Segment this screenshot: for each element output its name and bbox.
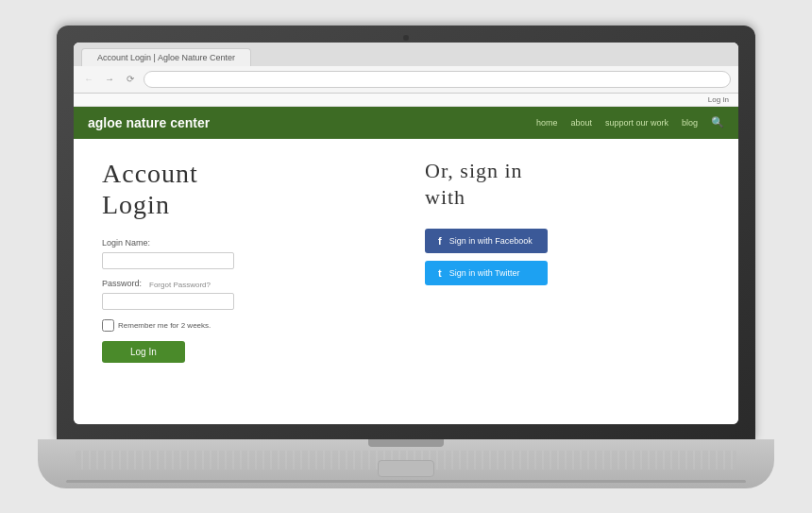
login-section: Account Login Login Name: Password: bbox=[102, 158, 415, 405]
search-icon[interactable]: 🔍 bbox=[711, 116, 724, 128]
address-bar[interactable] bbox=[144, 71, 731, 88]
login-title: Account Login bbox=[102, 158, 387, 221]
social-title-line2: with bbox=[425, 184, 710, 212]
laptop-base bbox=[38, 439, 774, 488]
remember-row: Remember me for 2 weeks. bbox=[102, 319, 387, 332]
reload-button[interactable]: ⟳ bbox=[123, 72, 138, 87]
facebook-signin-button[interactable]: f Sign in with Facebook bbox=[425, 229, 548, 253]
browser-toolbar: ← → ⟳ bbox=[74, 66, 738, 93]
laptop-wrapper: Account Login | Agloe Nature Center ← → … bbox=[0, 0, 812, 513]
facebook-icon: f bbox=[438, 235, 442, 247]
browser-tab[interactable]: Account Login | Agloe Nature Center bbox=[81, 48, 251, 66]
remember-label: Remember me for 2 weeks. bbox=[118, 321, 211, 330]
nav-blog[interactable]: blog bbox=[682, 118, 698, 128]
page-content: Account Login Login Name: Password: bbox=[74, 139, 738, 424]
remember-checkbox[interactable] bbox=[102, 319, 114, 332]
screen-bezel: Account Login | Agloe Nature Center ← → … bbox=[74, 43, 738, 424]
forward-button[interactable]: → bbox=[102, 72, 117, 87]
base-bottom-edge bbox=[66, 480, 746, 483]
login-name-label: Login Name: bbox=[102, 238, 387, 248]
twitter-button-label: Sign in with Twitter bbox=[449, 268, 520, 278]
browser-screen: Account Login | Agloe Nature Center ← → … bbox=[74, 43, 738, 424]
forgot-password-link[interactable]: Forgot Password? bbox=[149, 281, 211, 289]
top-login-link[interactable]: Log In bbox=[74, 94, 738, 107]
browser-tabs-row: Account Login | Agloe Nature Center bbox=[74, 43, 738, 66]
nav-about[interactable]: about bbox=[570, 118, 592, 128]
twitter-signin-button[interactable]: t Sign in with Twitter bbox=[425, 261, 548, 285]
camera bbox=[403, 35, 409, 41]
laptop-outer: Account Login | Agloe Nature Center ← → … bbox=[57, 26, 755, 488]
password-group: Password: Forgot Password? bbox=[102, 279, 387, 310]
password-input[interactable] bbox=[102, 293, 234, 310]
laptop-lid: Account Login | Agloe Nature Center ← → … bbox=[57, 26, 755, 441]
social-title-line1: Or, sign in bbox=[425, 158, 710, 185]
login-title-line1: Account bbox=[102, 158, 387, 190]
laptop-hinge bbox=[368, 439, 444, 447]
back-button[interactable]: ← bbox=[81, 72, 96, 87]
nav-support[interactable]: support our work bbox=[605, 118, 668, 128]
login-name-group: Login Name: bbox=[102, 238, 387, 269]
password-label: Password: bbox=[102, 279, 142, 288]
site-nav: agloe nature center home about support o… bbox=[74, 107, 738, 139]
nav-home[interactable]: home bbox=[536, 118, 558, 128]
site-nav-links: home about support our work blog 🔍 bbox=[536, 116, 724, 128]
facebook-button-label: Sign in with Facebook bbox=[449, 236, 533, 246]
social-section: Or, sign in with f Sign in with Facebook… bbox=[415, 158, 710, 405]
social-title: Or, sign in with bbox=[425, 158, 710, 212]
browser-chrome: Account Login | Agloe Nature Center ← → … bbox=[74, 43, 738, 94]
trackpad bbox=[378, 460, 434, 477]
login-name-input[interactable] bbox=[102, 252, 234, 269]
site-logo: agloe nature center bbox=[88, 115, 536, 130]
twitter-icon: t bbox=[438, 267, 442, 279]
login-title-line2: Login bbox=[102, 189, 387, 221]
password-row: Password: Forgot Password? bbox=[102, 279, 387, 291]
login-button[interactable]: Log In bbox=[102, 341, 185, 363]
